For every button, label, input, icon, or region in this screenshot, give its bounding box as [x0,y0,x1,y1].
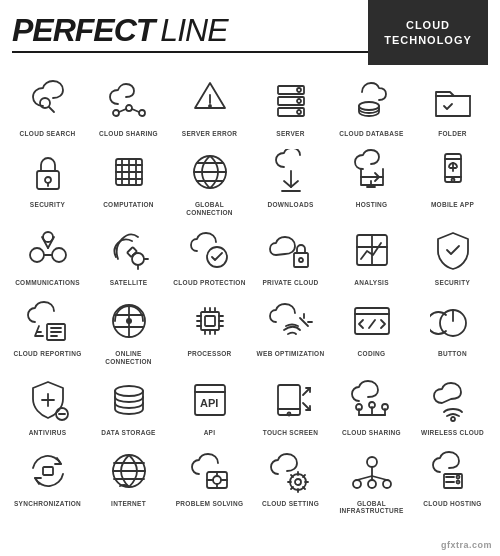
svg-point-137 [367,457,377,467]
icon-label-8: GLOBAL CONNECTION [172,201,247,217]
icon-label-18: CLOUD REPORTING [13,350,81,358]
header: PERFECT LINE CLOUD TECHNOLOGY [0,0,500,65]
icon-label-32: PROBLEM SOLVING [176,500,244,508]
svg-point-114 [382,404,388,410]
icon-label-29: WIRELESS CLOUD [421,429,484,437]
icon-image-34 [346,445,398,497]
icon-label-4: CLOUD DATABASE [339,130,403,138]
subtitle-line [12,51,368,53]
svg-point-128 [295,479,301,485]
icon-image-9 [265,146,317,198]
icon-image-26: API [184,374,236,426]
icon-label-35: CLOUD HOSTING [423,500,481,508]
svg-point-138 [353,480,361,488]
icon-cell-3: SERVER [251,71,330,140]
icon-cell-31: INTERNET [89,441,168,518]
icon-cell-13: SATELLITE [89,220,168,289]
icon-cell-23: BUTTON [413,291,492,368]
icon-image-27 [265,374,317,426]
svg-point-2 [113,110,119,116]
icon-label-21: WEB OPTIMIZATION [257,350,325,358]
svg-point-14 [297,110,301,114]
svg-point-146 [456,480,459,483]
icon-cell-35: CLOUD HOSTING [413,441,492,518]
svg-point-39 [451,178,454,181]
icon-cell-19: ONLINE CONNECTION [89,291,168,368]
watermark-text: gfxtra.com [441,540,492,550]
icon-label-28: CLOUD SHARING [342,429,401,437]
icon-label-19: ONLINE CONNECTION [91,350,166,366]
icon-cell-25: DATA STORAGE [89,370,168,439]
perfect-text: PERFECT [12,12,154,49]
svg-point-68 [126,318,132,324]
svg-rect-54 [294,253,308,267]
icon-cell-30: SYNCHRONIZATION [8,441,87,518]
icon-label-11: MOBILE APP [431,201,474,209]
icon-label-34: GLOBAL INFRASTRUCTURE [334,500,409,516]
icon-cell-9: DOWNLOADS [251,142,330,219]
svg-line-105 [303,403,310,410]
icon-cell-16: ANALYSIS [332,220,411,289]
icon-cell-17: SECURITY [413,220,492,289]
icon-image-14 [184,224,236,276]
icon-label-30: SYNCHRONIZATION [14,500,81,508]
icon-label-20: PROCESSOR [187,350,231,358]
icon-image-32 [184,445,236,497]
icon-label-31: INTERNET [111,500,146,508]
svg-point-122 [213,476,221,484]
svg-line-102 [303,388,310,395]
svg-line-143 [372,476,387,480]
svg-point-15 [359,102,379,110]
icon-cell-22: CODING [332,291,411,368]
title-block: PERFECT LINE [12,0,368,65]
icon-cell-28: CLOUD SHARING [332,370,411,439]
icon-image-25 [103,374,155,426]
icon-image-35 [427,445,479,497]
icon-cell-8: GLOBAL CONNECTION [170,142,249,219]
icon-label-17: SECURITY [435,279,470,287]
svg-point-3 [126,105,132,111]
icon-image-16 [346,224,398,276]
icon-label-33: CLOUD SETTING [262,500,319,508]
icon-label-13: SATELLITE [110,279,148,287]
icon-image-19 [103,295,155,347]
icon-image-12 [22,224,74,276]
svg-point-115 [451,417,455,421]
svg-point-13 [297,99,301,103]
icon-label-23: BUTTON [438,350,467,358]
svg-point-4 [139,110,145,116]
svg-rect-86 [355,308,389,334]
icon-image-21 [265,295,317,347]
svg-line-83 [300,318,308,326]
svg-line-142 [357,476,372,480]
svg-rect-99 [278,385,300,415]
icon-cell-24: ANTIVIRUS [8,370,87,439]
icon-cell-7: COMPUTATION [89,142,168,219]
icon-cell-20: PROCESSOR [170,291,249,368]
icon-image-28 [346,374,398,426]
icon-label-25: DATA STORAGE [101,429,155,437]
icon-image-0 [22,75,74,127]
icon-cell-1: CLOUD SHARING [89,71,168,140]
icon-image-2 [184,75,236,127]
icon-label-16: ANALYSIS [354,279,389,287]
icon-cell-33: CLOUD SETTING [251,441,330,518]
svg-point-113 [369,402,375,408]
svg-point-140 [383,480,391,488]
icon-image-3 [265,75,317,127]
line-text: LINE [160,12,227,49]
icon-cell-10: HOSTING [332,142,411,219]
svg-point-8 [209,105,211,107]
icon-image-1 [103,75,155,127]
icon-cell-21: WEB OPTIMIZATION [251,291,330,368]
icon-image-30 [22,445,74,497]
icon-cell-5: FOLDER [413,71,492,140]
icon-label-3: SERVER [276,130,304,138]
icon-label-6: SECURITY [30,201,65,209]
icon-cell-14: CLOUD PROTECTION [170,220,249,289]
icon-label-1: CLOUD SHARING [99,130,158,138]
svg-text:API: API [200,397,218,409]
icon-image-13 [103,224,155,276]
svg-line-88 [369,320,375,328]
icon-image-29 [427,374,479,426]
